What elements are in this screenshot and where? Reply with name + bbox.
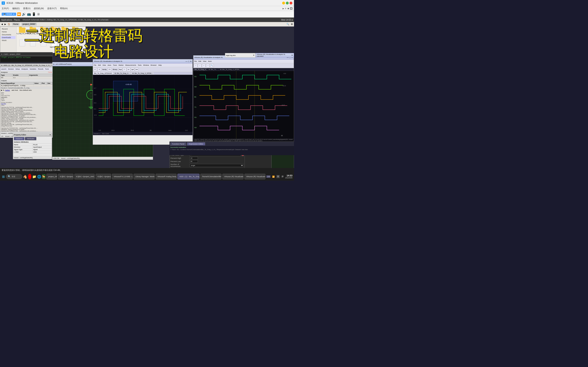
tab-gpdk045[interactable]: Bin_To_Gray_GPDK045 <box>93 72 113 75</box>
analysis-menu-browser[interactable]: Browser <box>151 64 156 66</box>
tab-expression-editor[interactable]: Expression Editor <box>187 142 205 145</box>
tab-w2[interactable]: W: Bin_To_Gray_4_GPDK... <box>131 72 154 75</box>
file-manager-icon[interactable]: 📁 <box>32 175 36 179</box>
adel-menu-tools[interactable]: Tools <box>45 68 49 70</box>
taskbar-project-gray[interactable]: project_GRAY <box>46 174 57 179</box>
taskbar-vis-analy2[interactable]: Virtuoso (R) Visualization & Analy... <box>244 174 266 179</box>
vr-menu-axes[interactable]: Axes <box>208 60 212 62</box>
vr-tab2[interactable]: W: Bin_To... <box>207 68 219 71</box>
record-button[interactable] <box>28 174 31 179</box>
taskbar-analog-design[interactable]: Virtuoso® Analog Design Environ... <box>156 174 177 179</box>
tool-apt[interactable]: apt <box>131 68 135 71</box>
menu-view[interactable]: 查看(V) <box>23 7 31 10</box>
file-doc2[interactable] <box>28 39 38 52</box>
adel-menu-launch[interactable]: Launch <box>1 68 6 70</box>
folder-asap7-tar[interactable]: asap7.tar. <box>70 27 80 39</box>
folder-asap7[interactable]: asap7 <box>60 27 70 39</box>
vr-tool-3[interactable]: ← <box>202 64 206 67</box>
vr-tool-zoom[interactable]: 🔍 <box>210 64 214 67</box>
taskbar-lang-en[interactable]: 英 <box>276 175 280 178</box>
vr-tool-2[interactable]: ↓ <box>198 64 201 67</box>
tool-append[interactable]: App <box>119 68 122 71</box>
waveform-area[interactable]: 0.7 0.5 0.3 0.1 -0.1 0.0 10.0 20.0 30. m… <box>93 75 192 132</box>
app-icon-green[interactable]: 🐎 <box>42 174 45 179</box>
sidebar-recent[interactable]: Recent <box>1 27 16 30</box>
analysis-menu-edit[interactable]: Edit <box>98 64 101 66</box>
tab-function-panel[interactable]: Function Panel <box>170 142 186 146</box>
occurrences-select[interactable]: single all <box>190 164 244 167</box>
app-menu[interactable]: Applications Places <box>1 19 20 21</box>
logger-close[interactable]: ✕ <box>253 54 255 56</box>
taskbar-ic-umc[interactable]: IC@IC:~/project_UMC_180_NEW <box>74 174 95 179</box>
analysis-menu-window[interactable]: Window <box>143 64 149 66</box>
nav-home[interactable]: 🏠 <box>8 23 10 25</box>
menu-tabs[interactable]: 选项卡(T) <box>47 7 57 10</box>
vm-tab[interactable]: 💻 IC618 ✕ <box>2 13 16 16</box>
taskbar-virtuoso-log[interactable]: Virtuoso® 6.1.8-64b - Log /home... <box>112 174 133 179</box>
app-icon-horse[interactable]: 🐴 <box>23 174 27 179</box>
menu-file[interactable]: 文件(F) <box>2 7 9 10</box>
analysis-menu-marker[interactable]: Marker <box>119 64 124 66</box>
adel-close[interactable]: ✕ <box>1 64 3 67</box>
taskbar-adel[interactable]: ADE L (1) - Bin_To_Gray_V1_GPD... <box>177 174 199 179</box>
vr-menu-file[interactable]: File <box>194 60 197 62</box>
folder-bin2gray-v2[interactable]: Bin_To_Gray_V2_GPDK090 <box>17 27 27 39</box>
folder-bin2gray-v3[interactable]: Bin_To_Gray_V3_FINFET <box>49 27 59 39</box>
nav-view-icon[interactable]: ⊞ <box>291 23 293 25</box>
minimize-btn[interactable] <box>282 2 285 4</box>
percent-high-input[interactable] <box>190 157 198 159</box>
vr-tool-1[interactable]: ↑ <box>194 64 198 67</box>
tool-classic[interactable]: Cl <box>108 68 112 71</box>
tab-w1[interactable]: W: Bin_To_Gray_4... <box>113 72 131 75</box>
sidebar-documents[interactable]: Documents <box>1 33 16 36</box>
tool-awcc[interactable]: C <box>93 68 97 71</box>
adel-menu-variables[interactable]: Variables <box>30 68 36 70</box>
analysis-min[interactable]: — <box>186 60 187 62</box>
vm-tab-close[interactable]: ✕ <box>13 13 15 15</box>
applications-menu[interactable]: Applications <box>1 19 12 21</box>
analysis-menu-tools[interactable]: Tools <box>138 64 142 66</box>
analysis-close[interactable]: ✕ <box>190 60 192 62</box>
nav-search-icon[interactable]: 🔍 <box>286 23 289 25</box>
tab-attributes[interactable]: Attributes <box>25 137 36 140</box>
analysis-menu-measurements[interactable]: Measurements <box>125 64 136 66</box>
adel-menu-analyses[interactable]: Analyses <box>21 68 28 70</box>
browser-icon[interactable]: 🌐 <box>37 175 41 179</box>
sidebar-downloads[interactable]: Downloads <box>1 36 16 39</box>
nav-back[interactable]: ◀ <box>1 23 3 25</box>
analysis-menu-file[interactable]: File <box>94 64 96 66</box>
folder-bin2gray-tar[interactable]: Bin_To_Gray_V2... <box>28 27 38 39</box>
file-tager-log[interactable]: log tager.log.dsix <box>49 39 59 52</box>
menu-help[interactable]: 帮助(H) <box>60 7 68 10</box>
adel-menu-setup[interactable]: Setup <box>16 68 20 70</box>
taskbar-vis-analy1[interactable]: Virtuoso (R) Visualization & Analy... <box>222 174 243 179</box>
file-doc3[interactable] <box>39 39 48 52</box>
taskbar-home-sim[interactable]: /home/IC/simulation/Bin_To_Gray... <box>200 174 222 179</box>
prop-editor-close[interactable]: ✕ <box>49 134 51 136</box>
menu-edit[interactable]: 编辑(E) <box>12 7 20 10</box>
sch-close[interactable]: ✕ <box>53 63 55 65</box>
windows-icon[interactable]: ⊞ <box>2 174 5 179</box>
search-bar[interactable]: 🔍 搜索 <box>6 174 22 179</box>
adel-menu-session[interactable]: Session <box>8 68 14 70</box>
analysis-menu-help[interactable]: Help <box>158 64 162 66</box>
vr-tool-4[interactable]: → <box>206 64 210 67</box>
ic-terminal-close[interactable]: ✕ <box>1 53 3 55</box>
analysis-menu-axes[interactable]: Axes <box>108 64 111 66</box>
taskbar-library-mgr[interactable]: Library Manager: WorkArea /ham... <box>134 174 155 179</box>
vr-tab3[interactable]: W: Bin_To_Gray_4_GPDK... <box>219 68 242 71</box>
menu-vm[interactable]: 虚拟机(M) <box>34 7 44 10</box>
window-controls[interactable] <box>282 2 292 4</box>
tool-vz[interactable]: vz <box>127 68 130 71</box>
vr-menu-edit[interactable]: Edit <box>199 60 201 62</box>
nav-project[interactable]: project_GRAY <box>21 23 37 25</box>
percent-low-input[interactable] <box>190 160 198 163</box>
vr-tab1[interactable]: Bin_To_Gray_4 <box>193 68 207 71</box>
tool-subwindow[interactable]: 3 <box>97 68 101 71</box>
tab-instance[interactable]: instance <box>14 137 25 140</box>
taskbar-pinyin[interactable]: 拼 <box>282 175 284 178</box>
sidebar-home[interactable]: Home <box>1 30 16 33</box>
maximize-btn[interactable] <box>286 2 289 4</box>
places-menu[interactable]: Places <box>14 19 20 21</box>
file-doc1[interactable] <box>17 39 27 52</box>
